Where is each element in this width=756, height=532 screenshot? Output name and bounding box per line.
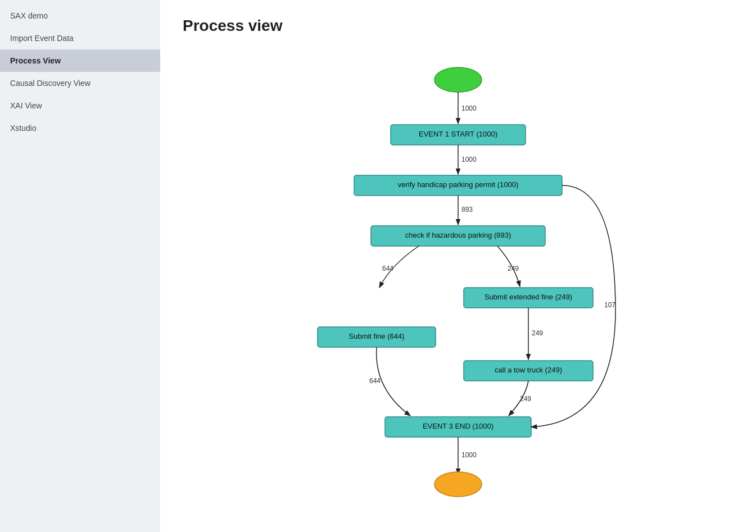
edge-submitfine-event3 xyxy=(377,347,410,416)
edge-label-event3-end: 1000 xyxy=(461,451,477,459)
node-submit-extended-label: Submit extended fine (249) xyxy=(485,293,572,301)
node-tow-truck-label: call a tow truck (249) xyxy=(495,366,562,374)
end-node xyxy=(434,472,482,497)
edge-label-verify-bypass: 107 xyxy=(604,301,615,309)
sidebar-item-sax-demo[interactable]: SAX demo xyxy=(0,4,160,27)
sidebar-item-xai-view[interactable]: XAI View xyxy=(0,94,160,117)
edge-label-towtruck-event3: 249 xyxy=(520,395,531,403)
page-title: Process view xyxy=(183,17,734,35)
node-event1-label: EVENT 1 START (1000) xyxy=(419,130,497,138)
sidebar-item-xstudio[interactable]: Xstudio xyxy=(0,117,160,139)
process-diagram-container: 1000 EVENT 1 START (1000) 1000 verify ha… xyxy=(261,52,655,515)
edge-label-event1-verify: 1000 xyxy=(461,156,477,163)
edge-label-start-event1: 1000 xyxy=(461,104,477,112)
sidebar-item-causal-discovery-view[interactable]: Causal Discovery View xyxy=(0,72,160,94)
sidebar-item-import-event-data[interactable]: Import Event Data xyxy=(0,27,160,49)
node-verify-label: verify handicap parking permit (1000) xyxy=(398,180,519,189)
sidebar-item-process-view[interactable]: Process View xyxy=(0,49,160,72)
edge-label-verify-check: 893 xyxy=(461,206,473,213)
edge-label-check-submitextended: 249 xyxy=(508,265,519,272)
node-submit-fine-label: Submit fine (644) xyxy=(349,332,405,340)
node-event3-label: EVENT 3 END (1000) xyxy=(423,422,494,430)
edge-label-submitextended-towtruck: 249 xyxy=(532,329,543,337)
main-content: Process view 1000 EVENT 1 START (1000) 1… xyxy=(160,0,756,532)
node-check-label: check if hazardous parking (893) xyxy=(405,231,511,239)
start-node xyxy=(434,67,482,92)
edge-label-submitfine-event3: 644 xyxy=(369,377,381,385)
edge-label-check-submitfine: 644 xyxy=(382,265,393,272)
sidebar: SAX demo Import Event Data Process View … xyxy=(0,0,160,532)
process-diagram: 1000 EVENT 1 START (1000) 1000 verify ha… xyxy=(261,52,655,512)
